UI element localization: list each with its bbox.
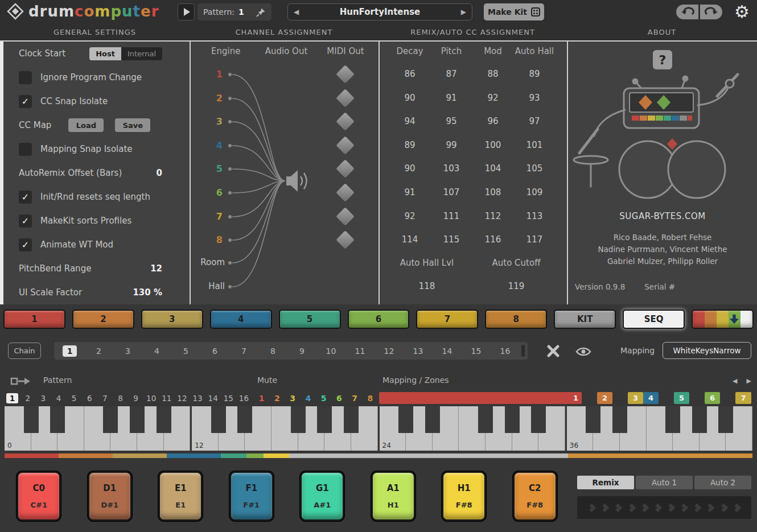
- black-key[interactable]: [130, 406, 145, 433]
- channel-button-5[interactable]: 5: [279, 310, 341, 329]
- channel-button-2[interactable]: 2: [72, 310, 134, 329]
- tab-channel-assignment[interactable]: CHANNEL ASSIGNMENT: [190, 24, 378, 40]
- mute-channel-4[interactable]: 4: [301, 391, 316, 405]
- pad-6[interactable]: A1H1: [371, 471, 415, 521]
- black-key[interactable]: [425, 406, 440, 433]
- rainbow-arrow-button[interactable]: [692, 310, 754, 329]
- pattern-step-13[interactable]: 13: [190, 391, 205, 405]
- kit-button[interactable]: KIT: [554, 310, 616, 329]
- pattern-step-3[interactable]: 3: [35, 391, 51, 405]
- cc-decay-5[interactable]: 90: [389, 163, 430, 174]
- black-key[interactable]: [291, 406, 306, 433]
- pattern-step-10[interactable]: 10: [143, 391, 159, 405]
- black-key[interactable]: [398, 406, 413, 433]
- pad-1[interactable]: C0C#1: [17, 471, 61, 521]
- cc-auto-hall-2[interactable]: 93: [514, 93, 555, 103]
- black-key[interactable]: [317, 406, 332, 433]
- engine-1[interactable]: 1: [212, 69, 223, 80]
- pattern-step-15[interactable]: 15: [221, 391, 236, 405]
- engine-3[interactable]: 3: [212, 116, 223, 127]
- channel-button-4[interactable]: 4: [210, 310, 272, 329]
- preset-name[interactable]: HunFortyIntense: [299, 7, 461, 17]
- cc-mod-3[interactable]: 96: [472, 116, 513, 126]
- cc-decay-8[interactable]: 114: [389, 234, 430, 245]
- cc-pitch-6[interactable]: 107: [431, 187, 472, 197]
- chain-step-5[interactable]: 5: [171, 347, 200, 356]
- black-key[interactable]: [531, 406, 546, 433]
- engine-8[interactable]: 8: [212, 234, 223, 245]
- mute-channel-1[interactable]: 1: [254, 391, 269, 405]
- engine-5[interactable]: 5: [212, 163, 223, 174]
- engine-6[interactable]: 6: [212, 187, 223, 198]
- cc-pitch-7[interactable]: 111: [431, 211, 472, 221]
- cc-decay-3[interactable]: 94: [389, 116, 430, 126]
- cc-mod-7[interactable]: 112: [472, 211, 513, 221]
- cc-decay-6[interactable]: 91: [389, 187, 430, 197]
- black-key[interactable]: [24, 406, 39, 433]
- black-key[interactable]: [103, 406, 118, 433]
- zone-7[interactable]: 7: [735, 392, 751, 404]
- cc-decay-4[interactable]: 89: [389, 140, 430, 150]
- channel-button-6[interactable]: 6: [348, 310, 410, 329]
- pattern-step-6[interactable]: 6: [82, 391, 97, 405]
- send-room[interactable]: Room: [194, 257, 225, 267]
- chain-step-2[interactable]: 2: [84, 347, 113, 356]
- black-key[interactable]: [505, 406, 520, 433]
- cc-pitch-5[interactable]: 103: [431, 163, 472, 174]
- mute-channel-6[interactable]: 6: [331, 391, 347, 405]
- pattern-step-5[interactable]: 5: [67, 391, 82, 405]
- clear-chain-icon[interactable]: [546, 344, 560, 358]
- channel-button-8[interactable]: 8: [485, 310, 547, 329]
- black-key[interactable]: [211, 406, 226, 433]
- checkbox-init-rnd-resets-seq-length[interactable]: ✓: [19, 191, 32, 204]
- cc-auto-hall-8[interactable]: 117: [514, 234, 555, 245]
- play-button[interactable]: [178, 3, 195, 20]
- chain-step-15[interactable]: 15: [462, 347, 491, 356]
- engine-2[interactable]: 2: [212, 93, 223, 104]
- black-key[interactable]: [586, 406, 600, 433]
- pad-4[interactable]: F1F#1: [229, 471, 274, 521]
- mute-channel-5[interactable]: 5: [316, 391, 331, 405]
- checkbox-ignore-program-change[interactable]: [19, 71, 32, 84]
- preset-prev-button[interactable]: ◀: [294, 8, 299, 16]
- cc-pitch-4[interactable]: 99: [431, 140, 472, 150]
- pattern-step-9[interactable]: 9: [128, 391, 143, 405]
- engine-7[interactable]: 7: [212, 211, 223, 222]
- pad-5[interactable]: G1A#1: [300, 471, 344, 521]
- cc-pitch-2[interactable]: 91: [431, 93, 472, 103]
- pattern-step-8[interactable]: 8: [113, 391, 128, 405]
- chain-step-4[interactable]: 4: [142, 347, 171, 356]
- load-button[interactable]: Load: [68, 118, 104, 132]
- chain-step-11[interactable]: 11: [345, 347, 375, 356]
- channel-button-3[interactable]: 3: [141, 310, 203, 329]
- black-key[interactable]: [50, 406, 65, 433]
- auto-2-button[interactable]: Auto 2: [694, 476, 751, 489]
- checkbox-animate-wt-mod[interactable]: ✓: [19, 238, 32, 251]
- chain-step-6[interactable]: 6: [200, 347, 229, 356]
- pattern-step-2[interactable]: 2: [20, 391, 35, 405]
- zone-6[interactable]: 6: [705, 392, 720, 404]
- cc-decay-7[interactable]: 92: [389, 211, 430, 221]
- channel-button-1[interactable]: 1: [3, 310, 65, 329]
- cc-mod-8[interactable]: 116: [472, 234, 513, 245]
- zone-1[interactable]: 1: [379, 392, 582, 404]
- tab-remix-auto-cc-assignment[interactable]: REMIX/AUTO CC ASSIGNMENT: [378, 24, 567, 40]
- chain-button[interactable]: Chain: [8, 343, 41, 359]
- undo-button[interactable]: [676, 5, 698, 19]
- checkbox-mapping-snap-isolate[interactable]: [19, 143, 32, 156]
- zone-2[interactable]: 2: [597, 392, 612, 404]
- pad-8[interactable]: C2F#8: [513, 471, 557, 521]
- autoremix-offset-bars-value[interactable]: 0: [157, 168, 162, 178]
- chain-step-14[interactable]: 14: [433, 347, 462, 356]
- pattern-step-14[interactable]: 14: [205, 391, 221, 405]
- clock-start-internal-option[interactable]: Internal: [121, 47, 162, 60]
- pad-3[interactable]: E1E1: [158, 471, 203, 521]
- cc-mod-6[interactable]: 108: [472, 187, 513, 197]
- cc-auto-hall-7[interactable]: 113: [514, 211, 555, 221]
- cc-auto-hall-4[interactable]: 101: [514, 140, 555, 150]
- cc-pitch-8[interactable]: 115: [431, 234, 472, 245]
- cc-auto-hall-6[interactable]: 109: [514, 187, 555, 197]
- cc-mod-4[interactable]: 100: [472, 140, 513, 150]
- auto-hall-lvl-value[interactable]: 118: [390, 281, 464, 291]
- clock-start-host-option[interactable]: Host: [89, 47, 121, 60]
